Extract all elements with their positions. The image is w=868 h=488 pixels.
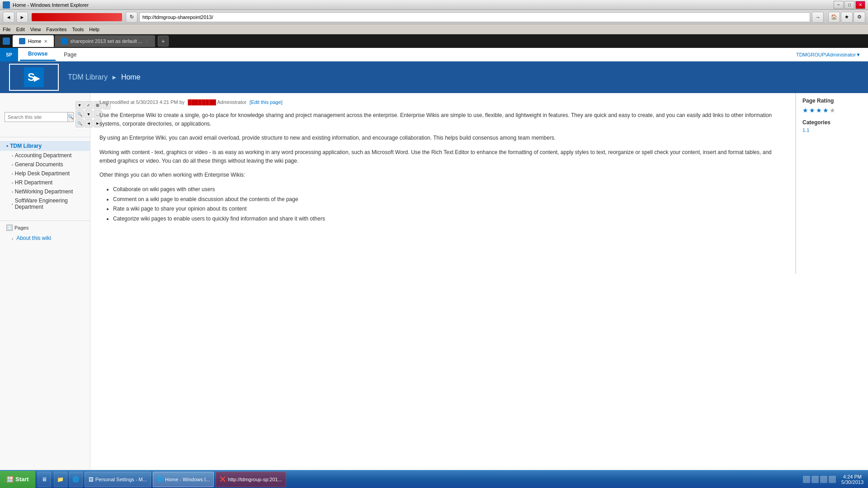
tab-close-sp[interactable]: ✕ bbox=[145, 39, 149, 44]
star-1[interactable]: ★ bbox=[802, 107, 808, 114]
nav-label-hr: HR Department bbox=[15, 179, 52, 186]
breadcrumb-current: Home bbox=[121, 73, 141, 81]
taskbar-clock: 4:24 PM 5/30/2013 bbox=[841, 474, 863, 485]
nav-item-hr[interactable]: • HR Department bbox=[0, 178, 90, 187]
home-nav-button[interactable]: 🏠 bbox=[828, 12, 840, 23]
tab-bar: Home ✕ sharepoint 2013 set as default ..… bbox=[0, 34, 868, 48]
page-rating-label: Page Rating bbox=[802, 98, 862, 104]
forward-button[interactable]: ► bbox=[16, 12, 28, 23]
menu-tools[interactable]: Tools bbox=[72, 27, 84, 32]
nav-item-accounting[interactable]: • Accounting Department bbox=[0, 151, 90, 160]
favorites-button[interactable]: ★ bbox=[841, 12, 853, 23]
back-button[interactable]: ◄ bbox=[3, 12, 14, 23]
menu-help[interactable]: Help bbox=[89, 27, 99, 32]
star-2[interactable]: ★ bbox=[809, 107, 815, 114]
filter-icon[interactable]: ▼ bbox=[75, 101, 84, 109]
nav-top-item[interactable]: • TDM Library bbox=[0, 141, 90, 151]
tray-icon-2 bbox=[811, 476, 819, 483]
about-wiki-link[interactable]: About this wiki bbox=[16, 235, 51, 241]
star-3[interactable]: ★ bbox=[816, 107, 822, 114]
tools-button[interactable]: ⚙ bbox=[854, 12, 865, 23]
bullet-general: • bbox=[12, 163, 13, 167]
right-sidebar: Page Rating ★ ★ ★ ★ ★ Categories 1.1 bbox=[796, 93, 868, 274]
nav-label-software: SoftWare Engineering Department bbox=[15, 197, 84, 210]
star-5[interactable]: ★ bbox=[830, 107, 835, 114]
nav-item-networking[interactable]: • NetWorking Department bbox=[0, 187, 90, 196]
ribbon-tab-page[interactable]: Page bbox=[56, 48, 85, 61]
menu-bar: File Edit View Favorites Tools Help bbox=[0, 24, 868, 34]
bullet-about: • bbox=[12, 237, 13, 241]
tab-sharepoint[interactable]: sharepoint 2013 set as default ... ✕ bbox=[55, 35, 155, 47]
browser-icon bbox=[3, 1, 10, 9]
minimize-button[interactable]: − bbox=[834, 1, 844, 9]
bullet-helpdesk: • bbox=[12, 172, 13, 176]
nav-items: • TDM Library • Accounting Department • … bbox=[0, 137, 90, 246]
list-item-4: Categorize wiki pages to enable users to… bbox=[113, 214, 786, 224]
pages-section: 📄 Pages • About this wiki bbox=[0, 221, 90, 243]
close-button[interactable]: ✕ bbox=[855, 1, 865, 9]
tab-home[interactable]: Home ✕ bbox=[13, 35, 54, 47]
search-button[interactable]: 🔍 bbox=[68, 112, 74, 122]
sp-logo-bg: S ▶ bbox=[24, 67, 44, 87]
content-body: Last modified at 5/30/2013 4:21 PM by ██… bbox=[90, 93, 868, 274]
explorer-button[interactable]: 📁 bbox=[54, 472, 67, 487]
refresh-button[interactable]: ↻ bbox=[126, 12, 137, 23]
go-button[interactable]: → bbox=[812, 12, 824, 23]
taskbar-time-display: 4:24 PM bbox=[841, 474, 863, 479]
nav-item-general[interactable]: • General Documents bbox=[0, 160, 90, 169]
tray-icon-4 bbox=[829, 476, 836, 483]
show-desktop-button[interactable]: 🖥 bbox=[38, 472, 51, 487]
tab-label-home: Home bbox=[28, 38, 41, 44]
menu-file[interactable]: File bbox=[3, 27, 11, 32]
browser-tools: 🏠 ★ ⚙ bbox=[828, 12, 865, 23]
taskbar-personal-settings[interactable]: 🖼 Personal Settings - M... bbox=[85, 472, 151, 487]
start-button[interactable]: 🪟 Start bbox=[0, 471, 36, 488]
sp-arrow: ▶ bbox=[34, 73, 40, 83]
breadcrumb-link[interactable]: TDM Library bbox=[68, 73, 108, 81]
ie-taskbar-button[interactable]: 🌐 bbox=[69, 472, 83, 487]
taskbar-home-ie[interactable]: 🌐 Home - Windows I... bbox=[153, 472, 214, 487]
tab-favicon-home bbox=[19, 38, 25, 44]
dotted-bar: · · · · · bbox=[75, 128, 89, 132]
nav-item-helpdesk[interactable]: • Help Desk Department bbox=[0, 169, 90, 178]
search-input[interactable] bbox=[5, 112, 68, 122]
star-4[interactable]: ★ bbox=[823, 107, 829, 114]
sp-nav: 🔍 ▼ ✓ ⊞ ? 🔍 ▼ … 🔍 ◄ bbox=[0, 93, 90, 483]
taskbar-personal-icon: 🖼 bbox=[89, 477, 94, 482]
tab-close-home[interactable]: ✕ bbox=[44, 39, 47, 44]
nav-item-software[interactable]: • SoftWare Engineering Department bbox=[0, 196, 90, 211]
categories-label: Categories bbox=[802, 119, 862, 126]
breadcrumb-separator: ► bbox=[111, 74, 118, 81]
menu-view[interactable]: View bbox=[30, 27, 41, 32]
sp-logo[interactable]: S ▶ bbox=[9, 64, 59, 91]
bullet-accounting: • bbox=[12, 154, 13, 158]
menu-favorites[interactable]: Favorites bbox=[46, 27, 66, 32]
search3-icon[interactable]: 🔍 bbox=[75, 119, 84, 127]
nav-top-bullet: • bbox=[6, 143, 8, 149]
last-modified: Last modified at 5/30/2013 4:21 PM by ██… bbox=[99, 99, 786, 105]
content-para-2: By using an Enterprise Wiki, you can avo… bbox=[99, 134, 786, 142]
address-input[interactable] bbox=[139, 12, 810, 22]
tray-icon-3 bbox=[820, 476, 827, 483]
last-modified-text: Last modified at 5/30/2013 4:21 PM by bbox=[99, 99, 184, 105]
show-desktop-icon: 🖥 bbox=[42, 476, 47, 483]
star-rating: ★ ★ ★ ★ ★ bbox=[802, 107, 862, 114]
pages-icon: 📄 bbox=[6, 225, 13, 231]
title-bar-left: Home - Windows Internet Explorer bbox=[3, 1, 89, 9]
menu-edit[interactable]: Edit bbox=[16, 27, 25, 32]
ribbon-user[interactable]: TDMGROUP\Administrator▼ bbox=[796, 48, 868, 61]
edit-page-link[interactable]: [Edit this page] bbox=[250, 99, 283, 105]
search-area: 🔍 ▼ ✓ ⊞ ? 🔍 ▼ … 🔍 ◄ bbox=[0, 98, 90, 137]
taskbar-sp-btn[interactable]: ❌ http://tdmgroup-sp:201... bbox=[216, 472, 286, 487]
search2-icon[interactable]: 🔍 bbox=[75, 110, 84, 118]
categories-value[interactable]: 1.1 bbox=[802, 127, 862, 133]
pages-section-header: 📄 Pages bbox=[0, 221, 90, 234]
window-controls[interactable]: − □ ✕ bbox=[834, 1, 865, 9]
new-tab-button[interactable]: + bbox=[158, 36, 169, 47]
bullet-software: • bbox=[12, 202, 13, 206]
list-item-3: Rate a wiki page to share your opinion a… bbox=[113, 204, 786, 214]
nav-label-helpdesk: Help Desk Department bbox=[15, 170, 70, 177]
bullet-networking: • bbox=[12, 190, 13, 194]
maximize-button[interactable]: □ bbox=[844, 1, 854, 9]
ribbon-tab-browse[interactable]: Browse bbox=[20, 48, 56, 61]
